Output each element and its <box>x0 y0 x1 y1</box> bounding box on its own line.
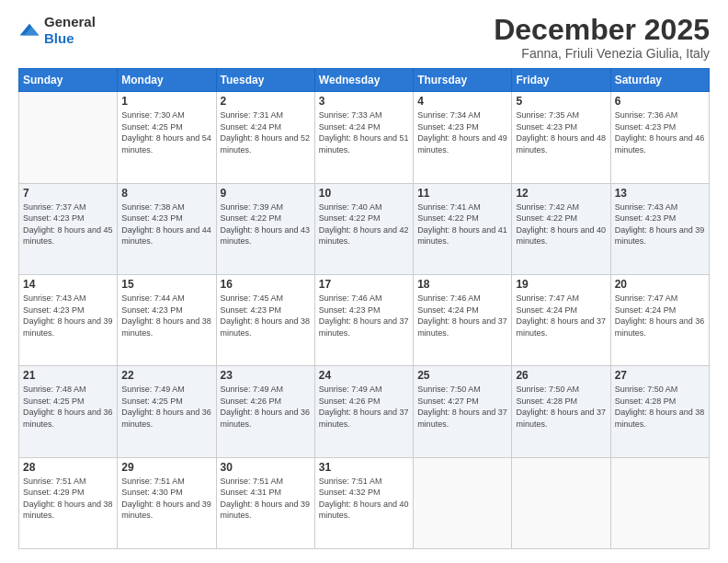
table-row: 24Sunrise: 7:49 AMSunset: 4:26 PMDayligh… <box>314 366 413 457</box>
cell-sun-info: Sunrise: 7:47 AMSunset: 4:24 PMDaylight:… <box>615 293 705 339</box>
cell-day-number: 19 <box>516 278 606 291</box>
table-row <box>512 457 610 548</box>
calendar-table: Sunday Monday Tuesday Wednesday Thursday… <box>18 68 710 549</box>
table-row: 25Sunrise: 7:50 AMSunset: 4:27 PMDayligh… <box>414 366 512 457</box>
table-row: 31Sunrise: 7:51 AMSunset: 4:32 PMDayligh… <box>314 457 413 548</box>
calendar-week-row: 14Sunrise: 7:43 AMSunset: 4:23 PMDayligh… <box>19 274 710 365</box>
header: General Blue December 2025 Fanna, Friuli… <box>18 14 710 61</box>
calendar-week-row: 28Sunrise: 7:51 AMSunset: 4:29 PMDayligh… <box>19 457 710 548</box>
cell-day-number: 21 <box>23 369 113 382</box>
col-tuesday: Tuesday <box>216 69 314 92</box>
cell-sun-info: Sunrise: 7:40 AMSunset: 4:22 PMDaylight:… <box>319 201 409 247</box>
cell-sun-info: Sunrise: 7:37 AMSunset: 4:23 PMDaylight:… <box>23 201 113 247</box>
col-monday: Monday <box>118 69 216 92</box>
cell-sun-info: Sunrise: 7:43 AMSunset: 4:23 PMDaylight:… <box>23 293 113 339</box>
table-row: 14Sunrise: 7:43 AMSunset: 4:23 PMDayligh… <box>19 274 118 365</box>
table-row: 21Sunrise: 7:48 AMSunset: 4:25 PMDayligh… <box>19 366 118 457</box>
cell-sun-info: Sunrise: 7:34 AMSunset: 4:23 PMDaylight:… <box>417 109 507 155</box>
cell-day-number: 12 <box>516 187 606 200</box>
cell-sun-info: Sunrise: 7:47 AMSunset: 4:24 PMDaylight:… <box>516 293 606 339</box>
cell-day-number: 16 <box>221 278 311 291</box>
col-wednesday: Wednesday <box>314 69 413 92</box>
cell-day-number: 20 <box>615 278 705 291</box>
col-saturday: Saturday <box>610 69 709 92</box>
cell-sun-info: Sunrise: 7:42 AMSunset: 4:22 PMDaylight:… <box>516 201 606 247</box>
page: General Blue December 2025 Fanna, Friuli… <box>0 0 728 563</box>
cell-day-number: 10 <box>319 187 409 200</box>
cell-sun-info: Sunrise: 7:49 AMSunset: 4:26 PMDaylight:… <box>319 384 409 430</box>
cell-day-number: 31 <box>319 461 409 474</box>
cell-sun-info: Sunrise: 7:45 AMSunset: 4:23 PMDaylight:… <box>221 293 311 339</box>
cell-day-number: 17 <box>319 278 409 291</box>
cell-day-number: 2 <box>221 95 311 108</box>
cell-sun-info: Sunrise: 7:36 AMSunset: 4:23 PMDaylight:… <box>615 109 705 155</box>
cell-sun-info: Sunrise: 7:49 AMSunset: 4:26 PMDaylight:… <box>221 384 311 430</box>
cell-sun-info: Sunrise: 7:50 AMSunset: 4:28 PMDaylight:… <box>615 384 705 430</box>
calendar-week-row: 7Sunrise: 7:37 AMSunset: 4:23 PMDaylight… <box>19 183 710 274</box>
cell-day-number: 18 <box>417 278 507 291</box>
cell-day-number: 6 <box>615 95 705 108</box>
table-row: 3Sunrise: 7:33 AMSunset: 4:24 PMDaylight… <box>314 92 413 183</box>
table-row <box>414 457 512 548</box>
cell-sun-info: Sunrise: 7:31 AMSunset: 4:24 PMDaylight:… <box>221 109 311 155</box>
table-row: 23Sunrise: 7:49 AMSunset: 4:26 PMDayligh… <box>216 366 314 457</box>
table-row: 9Sunrise: 7:39 AMSunset: 4:22 PMDaylight… <box>216 183 314 274</box>
calendar-header-row: Sunday Monday Tuesday Wednesday Thursday… <box>19 69 710 92</box>
calendar-week-row: 1Sunrise: 7:30 AMSunset: 4:25 PMDaylight… <box>19 92 710 183</box>
cell-day-number: 24 <box>319 369 409 382</box>
table-row: 5Sunrise: 7:35 AMSunset: 4:23 PMDaylight… <box>512 92 610 183</box>
cell-day-number: 26 <box>516 369 606 382</box>
col-sunday: Sunday <box>19 69 118 92</box>
table-row: 20Sunrise: 7:47 AMSunset: 4:24 PMDayligh… <box>610 274 709 365</box>
cell-sun-info: Sunrise: 7:48 AMSunset: 4:25 PMDaylight:… <box>23 384 113 430</box>
table-row: 13Sunrise: 7:43 AMSunset: 4:23 PMDayligh… <box>610 183 709 274</box>
cell-sun-info: Sunrise: 7:51 AMSunset: 4:30 PMDaylight:… <box>121 476 211 522</box>
cell-day-number: 30 <box>221 461 311 474</box>
table-row: 7Sunrise: 7:37 AMSunset: 4:23 PMDaylight… <box>19 183 118 274</box>
cell-sun-info: Sunrise: 7:33 AMSunset: 4:24 PMDaylight:… <box>319 109 409 155</box>
cell-day-number: 9 <box>221 187 311 200</box>
col-thursday: Thursday <box>414 69 512 92</box>
cell-sun-info: Sunrise: 7:46 AMSunset: 4:23 PMDaylight:… <box>319 293 409 339</box>
cell-sun-info: Sunrise: 7:50 AMSunset: 4:27 PMDaylight:… <box>417 384 507 430</box>
table-row: 19Sunrise: 7:47 AMSunset: 4:24 PMDayligh… <box>512 274 610 365</box>
cell-sun-info: Sunrise: 7:39 AMSunset: 4:22 PMDaylight:… <box>221 201 311 247</box>
table-row: 10Sunrise: 7:40 AMSunset: 4:22 PMDayligh… <box>314 183 413 274</box>
cell-day-number: 22 <box>121 369 211 382</box>
table-row: 28Sunrise: 7:51 AMSunset: 4:29 PMDayligh… <box>19 457 118 548</box>
cell-sun-info: Sunrise: 7:50 AMSunset: 4:28 PMDaylight:… <box>516 384 606 430</box>
cell-day-number: 4 <box>417 95 507 108</box>
subtitle: Fanna, Friuli Venezia Giulia, Italy <box>494 46 710 61</box>
cell-sun-info: Sunrise: 7:46 AMSunset: 4:24 PMDaylight:… <box>417 293 507 339</box>
table-row: 26Sunrise: 7:50 AMSunset: 4:28 PMDayligh… <box>512 366 610 457</box>
table-row <box>19 92 118 183</box>
cell-day-number: 8 <box>121 187 211 200</box>
cell-sun-info: Sunrise: 7:35 AMSunset: 4:23 PMDaylight:… <box>516 109 606 155</box>
cell-day-number: 28 <box>23 461 113 474</box>
table-row: 15Sunrise: 7:44 AMSunset: 4:23 PMDayligh… <box>118 274 216 365</box>
cell-sun-info: Sunrise: 7:30 AMSunset: 4:25 PMDaylight:… <box>121 109 211 155</box>
table-row: 16Sunrise: 7:45 AMSunset: 4:23 PMDayligh… <box>216 274 314 365</box>
table-row: 30Sunrise: 7:51 AMSunset: 4:31 PMDayligh… <box>216 457 314 548</box>
table-row <box>610 457 709 548</box>
table-row: 6Sunrise: 7:36 AMSunset: 4:23 PMDaylight… <box>610 92 709 183</box>
table-row: 1Sunrise: 7:30 AMSunset: 4:25 PMDaylight… <box>118 92 216 183</box>
cell-sun-info: Sunrise: 7:44 AMSunset: 4:23 PMDaylight:… <box>121 293 211 339</box>
cell-day-number: 29 <box>121 461 211 474</box>
logo-blue: Blue <box>44 30 74 46</box>
table-row: 27Sunrise: 7:50 AMSunset: 4:28 PMDayligh… <box>610 366 709 457</box>
cell-day-number: 3 <box>319 95 409 108</box>
cell-sun-info: Sunrise: 7:51 AMSunset: 4:31 PMDaylight:… <box>221 476 311 522</box>
table-row: 17Sunrise: 7:46 AMSunset: 4:23 PMDayligh… <box>314 274 413 365</box>
cell-day-number: 5 <box>516 95 606 108</box>
table-row: 4Sunrise: 7:34 AMSunset: 4:23 PMDaylight… <box>414 92 512 183</box>
cell-day-number: 27 <box>615 369 705 382</box>
logo-general: General <box>44 14 96 29</box>
cell-sun-info: Sunrise: 7:51 AMSunset: 4:29 PMDaylight:… <box>23 476 113 522</box>
cell-sun-info: Sunrise: 7:38 AMSunset: 4:23 PMDaylight:… <box>121 201 211 247</box>
cell-sun-info: Sunrise: 7:51 AMSunset: 4:32 PMDaylight:… <box>319 476 409 522</box>
logo: General Blue <box>18 14 96 47</box>
table-row: 2Sunrise: 7:31 AMSunset: 4:24 PMDaylight… <box>216 92 314 183</box>
table-row: 18Sunrise: 7:46 AMSunset: 4:24 PMDayligh… <box>414 274 512 365</box>
cell-sun-info: Sunrise: 7:49 AMSunset: 4:25 PMDaylight:… <box>121 384 211 430</box>
